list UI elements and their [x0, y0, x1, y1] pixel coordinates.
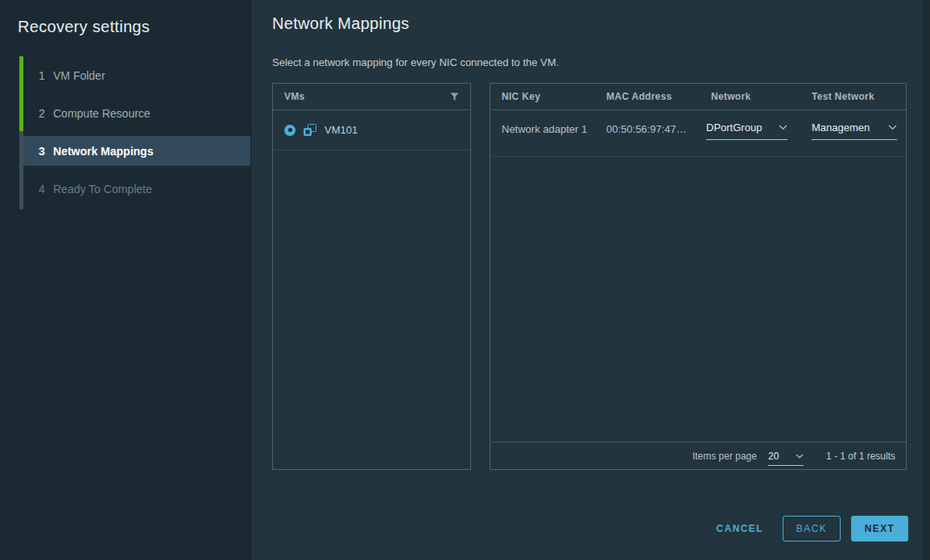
mac-address-cell: 00:50:56:97:47… — [595, 120, 700, 140]
nic-table-pagination: Items per page 20 1 - 1 of 1 results — [490, 442, 906, 469]
network-select-value: DPortGroup — [706, 121, 762, 134]
column-header-mac-address: MAC Address — [595, 91, 700, 102]
step-label: VM Folder — [53, 69, 105, 82]
nic-mapping-table: NIC Key MAC Address Network Test Network… — [490, 83, 907, 470]
network-select[interactable]: DPortGroup — [706, 121, 787, 140]
nic-table-row: Network adapter 1 00:50:56:97:47… DPortG… — [490, 110, 906, 157]
vm-name: VM101 — [324, 124, 358, 136]
scrollbar-track — [923, 0, 930, 560]
wizard-steps: 1 VM Folder 2 Compute Resource 3 Network… — [23, 56, 250, 208]
vm-icon — [304, 124, 316, 136]
next-button[interactable]: NEXT — [851, 516, 908, 541]
step-vm-folder[interactable]: 1 VM Folder — [23, 56, 250, 94]
column-header-test-network: Test Network — [800, 91, 906, 102]
wizard-actions: CANCEL BACK NEXT — [717, 516, 908, 541]
step-content-panel: Network Mappings Select a network mappin… — [252, 0, 930, 560]
page-title: Network Mappings — [272, 14, 409, 33]
step-network-mappings[interactable]: 3 Network Mappings — [23, 136, 250, 166]
step-number: 3 — [39, 145, 50, 158]
step-number: 1 — [39, 69, 50, 82]
step-ready-to-complete[interactable]: 4 Ready To Complete — [23, 170, 250, 208]
wizard-sidebar: Recovery settings 1 VM Folder 2 Compute … — [0, 0, 251, 560]
chevron-down-icon — [888, 125, 897, 130]
chevron-down-icon — [779, 125, 787, 130]
page-subtitle: Select a network mapping for every NIC c… — [272, 56, 559, 68]
vms-table-header: VMs — [273, 84, 470, 110]
wizard-title: Recovery settings — [18, 18, 150, 36]
step-label: Network Mappings — [53, 145, 153, 158]
chevron-down-icon — [796, 454, 804, 459]
items-per-page-select[interactable]: 20 — [768, 451, 804, 466]
test-network-select[interactable]: Managemen — [812, 121, 897, 140]
vm-row[interactable]: VM101 — [273, 110, 470, 150]
step-number: 4 — [39, 183, 50, 196]
test-network-select-value: Managemen — [812, 121, 870, 134]
vms-column-header: VMs — [284, 91, 305, 102]
step-label: Compute Resource — [53, 107, 151, 120]
step-compute-resource[interactable]: 2 Compute Resource — [23, 94, 250, 132]
items-per-page-value: 20 — [768, 451, 779, 462]
nic-table-header: NIC Key MAC Address Network Test Network — [490, 84, 906, 110]
filter-icon[interactable] — [450, 93, 459, 101]
vms-table: VMs VM101 — [272, 83, 471, 470]
results-count: 1 - 1 of 1 results — [826, 451, 895, 462]
cancel-button[interactable]: CANCEL — [717, 516, 763, 541]
back-button[interactable]: BACK — [783, 516, 841, 541]
nic-table-empty-area — [490, 157, 906, 442]
column-header-nic-key: NIC Key — [490, 91, 595, 102]
step-label: Ready To Complete — [53, 183, 152, 196]
column-header-network: Network — [700, 91, 800, 102]
nic-key-cell: Network adapter 1 — [490, 120, 595, 140]
vm-radio-selected[interactable] — [284, 125, 296, 136]
step-number: 2 — [39, 107, 50, 120]
items-per-page-label: Items per page — [692, 451, 757, 462]
